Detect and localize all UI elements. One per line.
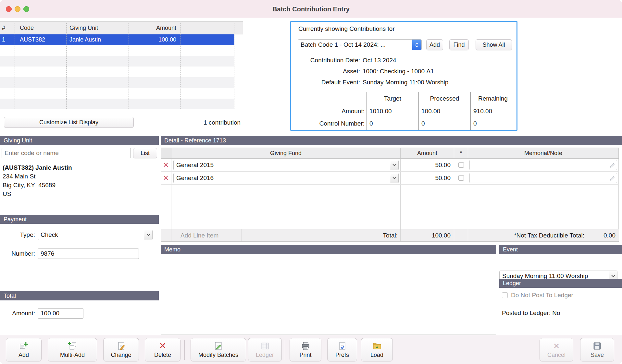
default-event-value: Sunday Morning 11:00 Worship bbox=[363, 78, 448, 87]
add-line-item-button[interactable]: Add Line Item bbox=[171, 229, 242, 241]
chevron-down-icon bbox=[390, 173, 398, 183]
total-amount-label: Amount: bbox=[0, 308, 35, 319]
note-pencil-icon bbox=[609, 163, 615, 170]
cell-code: AUST382 bbox=[15, 34, 67, 45]
ntd-total-label: *Not Tax Deductible Total: bbox=[468, 232, 584, 239]
batch-select-value: Batch Code 1 - Oct 14 2024: ... bbox=[298, 40, 413, 50]
control-target: 0 bbox=[367, 117, 418, 130]
prefs-button-label: Prefs bbox=[335, 352, 349, 358]
prefs-button[interactable]: Prefs bbox=[327, 338, 357, 361]
popup-chevrons-icon bbox=[412, 40, 421, 50]
contribution-row[interactable]: 1 AUST382 Janie Austin 100.00 bbox=[0, 34, 234, 45]
ledger-button-label: Ledger bbox=[256, 352, 274, 358]
empty-row bbox=[0, 67, 234, 77]
delete-line-icon[interactable]: ✕ bbox=[161, 159, 171, 172]
modify-batches-button[interactable]: Modify Batches bbox=[191, 338, 246, 361]
titlebar: Batch Contribution Entry bbox=[0, 0, 622, 18]
delete-icon: ✕ bbox=[159, 341, 167, 351]
detail-total-label: Total: bbox=[242, 229, 401, 241]
multi-add-icon bbox=[68, 341, 77, 351]
giving-unit-list-button[interactable]: List bbox=[133, 148, 157, 158]
col-header-amount[interactable]: Amount bbox=[129, 22, 180, 34]
ledger-header: Ledger bbox=[499, 279, 622, 288]
batch-contribution-entry-window: Batch Contribution Entry # Code Giving U… bbox=[0, 0, 622, 364]
save-button[interactable]: Save bbox=[580, 338, 614, 361]
batch-panel-title: Currently showing Contributions for bbox=[298, 25, 395, 32]
col-header-blank bbox=[180, 22, 234, 34]
contribution-date-label: Contribution Date: bbox=[291, 55, 360, 65]
amount-remaining: 910.00 bbox=[470, 105, 515, 117]
control-processed: 0 bbox=[418, 117, 470, 130]
do-not-post-label: Do Not Post To Ledger bbox=[511, 292, 573, 299]
payment-type-label: Type: bbox=[0, 230, 35, 240]
not-tax-deductible-checkbox[interactable] bbox=[458, 162, 464, 168]
col-header-code[interactable]: Code bbox=[15, 22, 67, 34]
memorial-note-field[interactable] bbox=[469, 160, 617, 170]
col-header-giving-unit[interactable]: Giving Unit bbox=[67, 22, 129, 34]
customize-list-display-button[interactable]: Customize List Display bbox=[4, 117, 134, 128]
delete-line-icon[interactable]: ✕ bbox=[161, 172, 171, 185]
memo-textarea[interactable] bbox=[161, 254, 496, 335]
cell-giving-unit: Janie Austin bbox=[67, 34, 129, 45]
amount-target: 1010.00 bbox=[367, 105, 418, 117]
empty-row bbox=[0, 77, 234, 88]
detail-totals-row: Add Line Item Total: 100.00 *Not Tax Ded… bbox=[161, 229, 619, 242]
line-amount[interactable]: 50.00 bbox=[401, 159, 454, 171]
add-button[interactable]: Add bbox=[6, 338, 42, 361]
cell-amount: 100.00 bbox=[129, 34, 180, 45]
payment-number-input[interactable] bbox=[38, 249, 139, 259]
print-button-label: Print bbox=[299, 352, 311, 358]
fund-select[interactable]: General 2016 bbox=[173, 173, 399, 183]
cell-num: 1 bbox=[0, 34, 15, 45]
change-button-label: Change bbox=[111, 352, 131, 358]
detail-table-header: Giving Fund Amount * Memorial/Note bbox=[161, 148, 619, 159]
giving-unit-search-input[interactable] bbox=[2, 148, 131, 158]
detail-row: ✕ General 2015 50.00 bbox=[161, 159, 619, 172]
memorial-note-field[interactable] bbox=[469, 173, 617, 183]
total-header: Total bbox=[0, 291, 159, 300]
batch-select[interactable]: Batch Code 1 - Oct 14 2024: ... bbox=[298, 39, 422, 50]
ledger-button: Ledger bbox=[248, 338, 282, 361]
contribution-date-value: Oct 13 2024 bbox=[363, 55, 396, 65]
chevron-down-icon bbox=[144, 230, 152, 240]
do-not-post-checkbox[interactable] bbox=[502, 292, 508, 298]
payment-type-value: Check bbox=[38, 230, 143, 240]
batch-totals-table: Target Processed Remaining Amount: 1010.… bbox=[293, 92, 515, 130]
col-header-num[interactable]: # bbox=[0, 22, 15, 34]
cell-blank bbox=[180, 34, 234, 45]
multi-add-button[interactable]: Multi-Add bbox=[48, 338, 97, 361]
print-icon bbox=[301, 341, 310, 351]
fund-select[interactable]: General 2015 bbox=[173, 160, 399, 170]
line-amount[interactable]: 50.00 bbox=[401, 172, 454, 184]
delete-button[interactable]: ✕ Delete bbox=[145, 338, 180, 361]
memo-header: Memo bbox=[161, 245, 496, 254]
multi-add-button-label: Multi-Add bbox=[60, 352, 85, 358]
batch-show-all-button[interactable]: Show All bbox=[476, 39, 512, 50]
modify-batches-icon bbox=[214, 341, 223, 351]
giving-unit-address3: US bbox=[3, 189, 72, 198]
batch-find-button[interactable]: Find bbox=[449, 39, 469, 50]
total-amount-input[interactable] bbox=[38, 308, 83, 319]
window-title: Batch Contribution Entry bbox=[0, 0, 622, 18]
col-remaining: Remaining bbox=[470, 92, 515, 105]
payment-type-select[interactable]: Check bbox=[38, 230, 153, 240]
not-tax-deductible-checkbox[interactable] bbox=[458, 175, 464, 181]
batch-panel: Currently showing Contributions for Batc… bbox=[290, 21, 517, 131]
empty-row bbox=[0, 45, 234, 56]
payment-header: Payment bbox=[0, 215, 159, 224]
giving-unit-address2: Big City, KY 45689 bbox=[3, 181, 72, 189]
change-button[interactable]: Change bbox=[103, 338, 139, 361]
prefs-icon bbox=[338, 341, 347, 351]
toolbar-separator bbox=[285, 340, 285, 360]
delete-button-label: Delete bbox=[154, 352, 171, 358]
control-row-label: Control Number: bbox=[293, 117, 367, 130]
toolbar-separator bbox=[184, 340, 185, 360]
print-button[interactable]: Print bbox=[290, 338, 321, 361]
batch-add-button[interactable]: Add bbox=[426, 39, 443, 50]
load-button[interactable]: Load bbox=[361, 338, 393, 361]
detail-row: ✕ General 2016 50.00 bbox=[161, 172, 619, 185]
modify-batches-button-label: Modify Batches bbox=[198, 352, 238, 358]
cancel-icon: ✕ bbox=[553, 341, 560, 351]
detail-col-star: * bbox=[454, 148, 468, 158]
detail-total-value: 100.00 bbox=[401, 229, 454, 241]
